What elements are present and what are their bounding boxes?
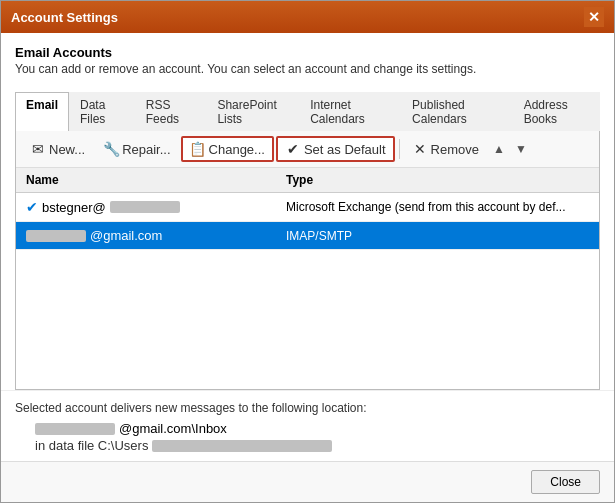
tab-sharepoint[interactable]: SharePoint Lists bbox=[206, 92, 299, 131]
account-name-suffix: @gmail.com bbox=[90, 228, 162, 243]
data-file-blur bbox=[152, 440, 332, 452]
change-icon: 📋 bbox=[190, 141, 206, 157]
name-blur-1 bbox=[110, 201, 180, 213]
toolbar: ✉ New... 🔧 Repair... 📋 Change... ✔ Set a… bbox=[16, 131, 599, 168]
separator bbox=[399, 139, 400, 159]
section-title: Email Accounts bbox=[15, 45, 600, 60]
row-name: ✔ bstegner@ bbox=[22, 197, 282, 217]
table-row[interactable]: @gmail.com IMAP/SMTP bbox=[16, 222, 599, 250]
tab-internet-calendars[interactable]: Internet Calendars bbox=[299, 92, 401, 131]
dialog-title: Account Settings bbox=[11, 10, 118, 25]
account-name-prefix: bstegner@ bbox=[42, 200, 106, 215]
col-header-type: Type bbox=[282, 171, 593, 189]
delivery-path: @gmail.com\Inbox bbox=[119, 421, 227, 436]
tab-content: ✉ New... 🔧 Repair... 📋 Change... ✔ Set a… bbox=[15, 131, 600, 390]
delivery-blur bbox=[35, 423, 115, 435]
new-icon: ✉ bbox=[30, 141, 46, 157]
set-default-button[interactable]: ✔ Set as Default bbox=[276, 136, 395, 162]
remove-button[interactable]: ✕ Remove bbox=[404, 137, 487, 161]
header-area: Email Accounts You can add or remove an … bbox=[1, 33, 614, 84]
footer-description: Selected account delivers new messages t… bbox=[15, 401, 600, 415]
row-name: @gmail.com bbox=[22, 226, 282, 245]
data-file-prefix: in data file C:\Users bbox=[35, 438, 148, 453]
title-bar-left: Account Settings bbox=[11, 10, 118, 25]
data-file-line: in data file C:\Users bbox=[15, 438, 600, 453]
table-header: Name Type bbox=[16, 168, 599, 193]
table-rows: ✔ bstegner@ Microsoft Exchange (send fro… bbox=[16, 193, 599, 389]
bottom-bar: Close bbox=[1, 461, 614, 502]
change-button[interactable]: 📋 Change... bbox=[181, 136, 274, 162]
accounts-table: Name Type ✔ bstegner@ Microsoft Exchange… bbox=[16, 168, 599, 389]
tab-email[interactable]: Email bbox=[15, 92, 69, 131]
window-close-button[interactable]: ✕ bbox=[584, 7, 604, 27]
repair-icon: 🔧 bbox=[103, 141, 119, 157]
name-blur-2 bbox=[26, 230, 86, 242]
move-up-button[interactable]: ▲ bbox=[489, 139, 509, 159]
delivery-location: @gmail.com\Inbox bbox=[15, 421, 600, 436]
tab-data-files[interactable]: Data Files bbox=[69, 92, 135, 131]
tab-published-calendars[interactable]: Published Calendars bbox=[401, 92, 513, 131]
repair-button[interactable]: 🔧 Repair... bbox=[95, 137, 178, 161]
tabs-bar: Email Data Files RSS Feeds SharePoint Li… bbox=[15, 92, 600, 131]
account-settings-dialog: Account Settings ✕ Email Accounts You ca… bbox=[0, 0, 615, 503]
close-dialog-button[interactable]: Close bbox=[531, 470, 600, 494]
remove-icon: ✕ bbox=[412, 141, 428, 157]
tab-rss-feeds[interactable]: RSS Feeds bbox=[135, 92, 207, 131]
check-circle-icon: ✔ bbox=[285, 141, 301, 157]
table-row[interactable]: ✔ bstegner@ Microsoft Exchange (send fro… bbox=[16, 193, 599, 222]
title-bar: Account Settings ✕ bbox=[1, 1, 614, 33]
section-description: You can add or remove an account. You ca… bbox=[15, 62, 600, 76]
new-button[interactable]: ✉ New... bbox=[22, 137, 93, 161]
footer-area: Selected account delivers new messages t… bbox=[1, 390, 614, 461]
tab-address-books[interactable]: Address Books bbox=[513, 92, 600, 131]
row-type: Microsoft Exchange (send from this accou… bbox=[282, 198, 593, 216]
row-type: IMAP/SMTP bbox=[282, 227, 593, 245]
col-header-name: Name bbox=[22, 171, 282, 189]
default-checkmark-icon: ✔ bbox=[26, 199, 38, 215]
move-down-button[interactable]: ▼ bbox=[511, 139, 531, 159]
